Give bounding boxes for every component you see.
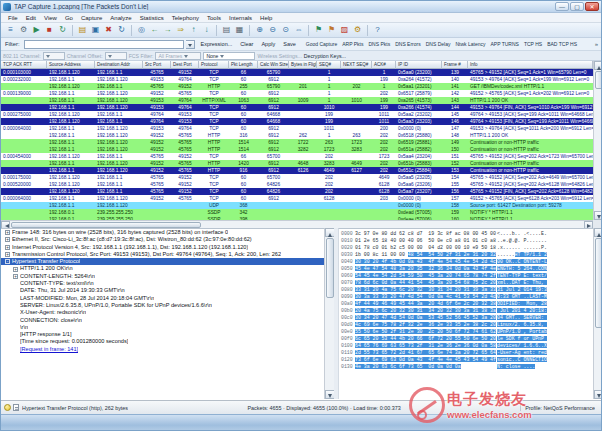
title-bar[interactable]: TAP Capture 1.pcapng [The Packets Don't …: [1, 1, 601, 13]
filter-clear-button[interactable]: Clear: [236, 40, 257, 48]
open-file-icon[interactable]: ▤: [76, 24, 89, 36]
vscroll-thumb[interactable]: [595, 238, 602, 328]
restart-capture-icon[interactable]: ↻: [56, 24, 69, 36]
hex-line[interactable]: 012073 6f 6e 69 63 0d 0a 43 4f 4e 4e 45 …: [339, 356, 593, 363]
detail-line[interactable]: +HTTP/1.1 200 OK\r\n: [1, 265, 332, 272]
hex-line[interactable]: 00003c 97 0e 80 dd 62 c8 d7 19 3c 8f ac …: [339, 230, 593, 237]
detail-line[interactable]: +CONTENT-LENGTH: 5264\r\n: [1, 273, 332, 280]
detail-line[interactable]: \r\n: [1, 324, 332, 331]
column-header-tcp-ack-rtt[interactable]: TCP ACK RTT: [1, 61, 47, 69]
view-details-icon[interactable]: ▦: [233, 24, 246, 36]
packet-row[interactable]: 0.000454000192.168.1.120192.168.1.145765…: [1, 153, 593, 160]
channel-select[interactable]: [43, 52, 65, 60]
column-header-ack-[interactable]: ACK#: [372, 61, 396, 69]
menu-statistics[interactable]: Statistics: [136, 15, 168, 21]
scroll-up-arrow-icon[interactable]: [594, 61, 602, 70]
detail-line[interactable]: DATE: Thu, 31 Jul 2014 19:30:33 GMT\r\n: [1, 287, 332, 294]
capture-options-icon[interactable]: ⚙: [17, 24, 30, 36]
expander-icon[interactable]: +: [5, 252, 10, 257]
menu-view[interactable]: View: [40, 15, 61, 21]
quick-filter-bad-tcp-hs[interactable]: BAD TCP HS: [545, 40, 579, 48]
column-header-protocol[interactable]: Protocol: [199, 61, 229, 69]
hex-line[interactable]: 010064 65 76 69 63 65 73 2f 31 2e 36 2e …: [339, 342, 593, 349]
hex-line[interactable]: 00e055 50 6e 50 2f 31 2e 30 2c 20 50 6f …: [339, 328, 593, 335]
hex-line[interactable]: 009030 3a 33 33 20 47 4d 54 0d 0a 4c 41 …: [339, 293, 593, 300]
packet-row[interactable]: 0.000103000192.168.1.120192.168.1.145765…: [1, 69, 593, 76]
menu-internals[interactable]: Internals: [225, 15, 256, 21]
menu-telephony[interactable]: Telephony: [168, 15, 203, 21]
vscroll-thumb[interactable]: [326, 238, 334, 298]
filter-save-button[interactable]: Save: [279, 40, 300, 48]
packet-list-vscrollbar[interactable]: [593, 61, 602, 220]
packet-row[interactable]: 192.168.1.120192.168.1.14576549152TCP606…: [1, 188, 593, 195]
help-icon[interactable]: ?: [371, 24, 384, 36]
filter-expression-button[interactable]: Expression...: [197, 40, 237, 48]
hex-line[interactable]: 00c030 34 20 47 4d 54 0d 0a 53 45 52 56 …: [339, 314, 593, 321]
resize-columns-icon[interactable]: ⇔: [292, 24, 305, 36]
column-header-next-seq-[interactable]: NEXT SEQ#: [341, 61, 372, 69]
hex-line[interactable]: 006054 45 4e 54 2d 54 59 50 45 3a 20 74 …: [339, 272, 593, 279]
coloring-rules-icon[interactable]: ▨: [338, 24, 351, 36]
packet-row[interactable]: 192.168.1.120192.168.1.14576549152HTTP25…: [1, 83, 593, 90]
packet-row[interactable]: 0.000175000192.168.1.120192.168.1.145765…: [1, 174, 593, 181]
view-list-icon[interactable]: ▤: [220, 24, 233, 36]
capture-filter-icon[interactable]: ⚑: [312, 24, 325, 36]
hex-vscrollbar[interactable]: [593, 228, 602, 399]
detail-line[interactable]: CONTENT-TYPE: text/xml\r\n: [1, 280, 332, 287]
reload-file-icon[interactable]: ↻: [115, 24, 128, 36]
column-header-ip-id[interactable]: IP ID: [396, 61, 442, 69]
detail-line[interactable]: +Internet Protocol Version 4, Src: 192.1…: [1, 244, 332, 251]
hex-line[interactable]: 004030 30 20 4f 4b 0d 0a 43 4f 4e 54 45 …: [339, 258, 593, 265]
expander-icon[interactable]: +: [5, 245, 10, 250]
packet-row[interactable]: 0.000139000192.168.1.1192.168.1.12049152…: [1, 90, 593, 97]
scroll-up-arrow-icon[interactable]: [594, 228, 602, 237]
display-filter-icon[interactable]: ⚑: [325, 24, 338, 36]
quick-filter-dns-delay[interactable]: DNS Delay: [424, 40, 453, 48]
menu-analyze[interactable]: Analyze: [106, 15, 135, 21]
scroll-down-arrow-icon[interactable]: [594, 390, 602, 399]
packet-row[interactable]: 192.168.1.1192.168.1.1204915349764TCP606…: [1, 104, 593, 111]
packet-row[interactable]: 192.168.1.1192.168.1.120UDP3680x0000 (0)…: [1, 202, 593, 209]
packet-list-hscrollbar[interactable]: [1, 220, 593, 228]
channel-offset-select[interactable]: [105, 52, 127, 60]
wireless-settings-button[interactable]: Wireless Settings...: [257, 53, 301, 59]
quick-filter-arp-pkts[interactable]: ARP Pkts: [340, 40, 365, 48]
menu-tools[interactable]: Tools: [203, 15, 225, 21]
hex-line[interactable]: 002001 78 c0 01 b2 c5 00 00 04 d2 00 00 …: [339, 244, 593, 251]
detail-line[interactable]: +Frame 148: 316 bytes on wire (2528 bits…: [1, 229, 332, 236]
hex-line[interactable]: 001001 2e 65 18 40 00 40 06 50 0e c0 a8 …: [339, 237, 593, 244]
detail-line[interactable]: X-User-Agent: redsonic\r\n: [1, 309, 332, 316]
quick-filter-tcp-hs[interactable]: TCP HS: [522, 40, 544, 48]
go-forward-icon[interactable]: →: [161, 24, 174, 36]
menu-edit[interactable]: Edit: [22, 15, 40, 21]
status-profile[interactable]: Profile: NetQoS Performance: [520, 405, 595, 411]
go-bottom-icon[interactable]: ↓: [200, 24, 213, 36]
packet-row[interactable]: 192.168.1.1192.168.1.1204915245765HTTP15…: [1, 146, 593, 153]
detail-line[interactable]: -Hypertext Transfer Protocol: [1, 258, 332, 265]
hex-line[interactable]: 00d04c 69 6e 75 78 2f 32 2e 36 2e 33 35 …: [339, 321, 593, 328]
vscroll-thumb[interactable]: [595, 71, 602, 89]
decode-as-select[interactable]: None: [203, 52, 255, 60]
detail-line[interactable]: [Time since request: 0.001280000 seconds…: [1, 338, 332, 345]
find-packet-icon[interactable]: ◎: [135, 24, 148, 36]
toolbar-overflow-chevron[interactable]: »: [595, 41, 599, 47]
start-capture-icon[interactable]: ▶: [30, 24, 43, 36]
detail-line[interactable]: +Ethernet II, Src: Cisco-Li_3c:8f:ac (c8…: [1, 236, 332, 243]
request-in-frame-link[interactable]: [Request in frame: 141]: [20, 346, 78, 353]
go-to-packet-icon[interactable]: ⇒: [174, 24, 187, 36]
column-header-src-port[interactable]: Src Port: [143, 61, 171, 69]
preferences-icon[interactable]: ⚙: [351, 24, 364, 36]
details-vscrollbar[interactable]: [324, 228, 334, 399]
expander-icon[interactable]: +: [5, 237, 10, 242]
packet-row[interactable]: 192.168.0.1239.255.255.250SSDP3420xdead …: [1, 209, 593, 216]
packet-row[interactable]: 0.000520000192.168.1.120192.168.1.145765…: [1, 181, 593, 188]
quick-filter-dns-pkts[interactable]: DNS Pkts: [367, 40, 393, 48]
filter-apply-button[interactable]: Apply: [257, 40, 279, 48]
capture-comment-icon[interactable]: [13, 404, 19, 411]
scroll-down-arrow-icon[interactable]: [594, 211, 602, 220]
close-button[interactable]: ✕: [585, 2, 599, 11]
hex-line[interactable]: 01102d 55 73 65 72 2d 41 67 65 6e 74 3a …: [339, 349, 593, 356]
minimize-button[interactable]: —: [555, 2, 569, 11]
filter-input[interactable]: [24, 40, 184, 49]
expert-info-icon[interactable]: [4, 404, 11, 411]
